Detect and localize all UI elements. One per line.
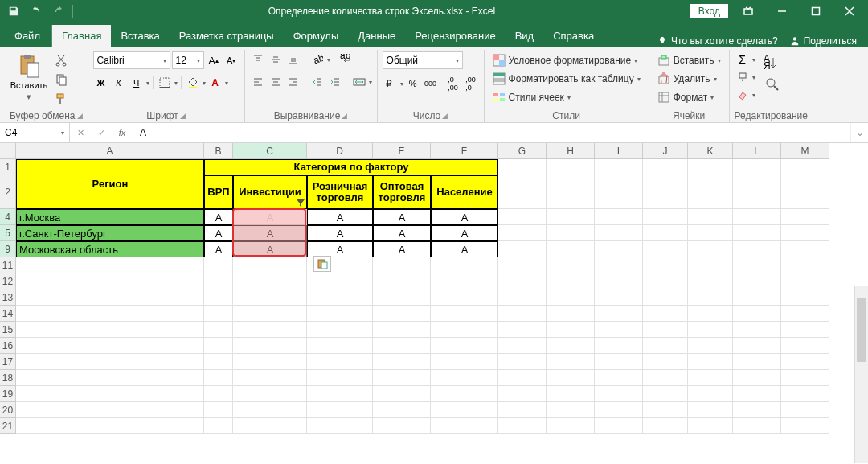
- name-box[interactable]: C4▾: [0, 123, 70, 142]
- column-header-M[interactable]: M: [781, 143, 829, 159]
- decrease-font-button[interactable]: A▾: [223, 52, 240, 68]
- column-header-C[interactable]: C: [233, 143, 307, 159]
- cell-H17[interactable]: [547, 354, 595, 370]
- fill-color-button[interactable]: [185, 75, 201, 91]
- cell-G13[interactable]: [498, 289, 547, 306]
- cell-J5[interactable]: [643, 225, 688, 241]
- cell-H15[interactable]: [547, 322, 595, 338]
- wrap-text-button[interactable]: ab: [338, 51, 354, 68]
- maximize-icon[interactable]: [802, 2, 829, 20]
- cell-A16[interactable]: [16, 338, 204, 354]
- align-center-button[interactable]: [268, 74, 284, 90]
- cell-B14[interactable]: [204, 306, 233, 322]
- cell-C20[interactable]: [233, 402, 307, 418]
- cell-B16[interactable]: [204, 338, 233, 354]
- conditional-formatting-button[interactable]: Условное форматирование▾: [489, 51, 641, 69]
- cell-E18[interactable]: [373, 370, 431, 386]
- cell-J21[interactable]: [643, 418, 688, 434]
- increase-decimal-button[interactable]: ,0,00: [445, 76, 461, 92]
- cell-M15[interactable]: [781, 322, 829, 338]
- cell-H12[interactable]: [547, 273, 595, 289]
- cell-M11[interactable]: [781, 257, 829, 273]
- cell-F12[interactable]: [431, 273, 498, 289]
- cell-C9[interactable]: А: [233, 241, 307, 257]
- increase-indent-button[interactable]: [327, 74, 343, 90]
- cell-H1[interactable]: [547, 159, 595, 175]
- cell-K15[interactable]: [688, 322, 733, 338]
- cell-I9[interactable]: [595, 241, 643, 257]
- cell-H9[interactable]: [547, 241, 595, 257]
- cell-H21[interactable]: [547, 418, 595, 434]
- cell-C19[interactable]: [233, 386, 307, 402]
- cell-D14[interactable]: [307, 306, 373, 322]
- cell-M2[interactable]: [781, 175, 829, 209]
- row-header-1[interactable]: 1: [0, 159, 16, 175]
- cell-J19[interactable]: [643, 386, 688, 402]
- cell-K4[interactable]: [688, 209, 733, 225]
- cell-B1[interactable]: Категория по фактору: [204, 159, 498, 175]
- tab-file[interactable]: Файл: [3, 25, 52, 47]
- cell-H14[interactable]: [547, 306, 595, 322]
- cell-J11[interactable]: [643, 257, 688, 273]
- enter-formula-button[interactable]: ✓: [91, 123, 112, 142]
- cell-D5[interactable]: А: [307, 225, 373, 241]
- cell-I5[interactable]: [595, 225, 643, 241]
- cell-J9[interactable]: [643, 241, 688, 257]
- cell-G5[interactable]: [498, 225, 547, 241]
- row-header-2[interactable]: 2: [0, 175, 16, 209]
- row-header-14[interactable]: 14: [0, 306, 16, 322]
- bold-button[interactable]: Ж: [93, 75, 109, 91]
- cell-M4[interactable]: [781, 209, 829, 225]
- column-header-G[interactable]: G: [498, 143, 547, 159]
- format-painter-button[interactable]: [51, 90, 71, 108]
- cell-J1[interactable]: [643, 159, 688, 175]
- cell-I21[interactable]: [595, 418, 643, 434]
- cell-L18[interactable]: [733, 370, 781, 386]
- format-as-table-button[interactable]: Форматировать как таблицу▾: [489, 70, 644, 88]
- cell-H2[interactable]: [547, 175, 595, 209]
- cell-G17[interactable]: [498, 354, 547, 370]
- format-cells-button[interactable]: Формат▾: [654, 88, 718, 106]
- cell-B21[interactable]: [204, 418, 233, 434]
- cell-L13[interactable]: [733, 289, 781, 306]
- decrease-decimal-button[interactable]: ,00,0: [463, 76, 479, 92]
- row-header-11[interactable]: 11: [0, 257, 16, 273]
- cell-K12[interactable]: [688, 273, 733, 289]
- cell-I1[interactable]: [595, 159, 643, 175]
- cell-J20[interactable]: [643, 402, 688, 418]
- cell-J16[interactable]: [643, 338, 688, 354]
- cell-G4[interactable]: [498, 209, 547, 225]
- cell-E5[interactable]: А: [373, 225, 431, 241]
- cell-F15[interactable]: [431, 322, 498, 338]
- merge-button[interactable]: [351, 74, 367, 90]
- cell-G1[interactable]: [498, 159, 547, 175]
- cell-J12[interactable]: [643, 273, 688, 289]
- minimize-icon[interactable]: [768, 2, 796, 20]
- cell-M19[interactable]: [781, 386, 829, 402]
- cell-E19[interactable]: [373, 386, 431, 402]
- clear-button[interactable]: [735, 87, 751, 103]
- cell-F11[interactable]: [431, 257, 498, 273]
- cell-M20[interactable]: [781, 402, 829, 418]
- column-header-H[interactable]: H: [547, 143, 595, 159]
- cell-A20[interactable]: [16, 402, 204, 418]
- cell-L11[interactable]: [733, 257, 781, 273]
- cell-L12[interactable]: [733, 273, 781, 289]
- cell-F21[interactable]: [431, 418, 498, 434]
- cell-D21[interactable]: [307, 418, 373, 434]
- cell-J4[interactable]: [643, 209, 688, 225]
- cell-H4[interactable]: [547, 209, 595, 225]
- cell-C12[interactable]: [233, 273, 307, 289]
- cell-H19[interactable]: [547, 386, 595, 402]
- cell-J18[interactable]: [643, 370, 688, 386]
- cell-M13[interactable]: [781, 289, 829, 306]
- cell-K5[interactable]: [688, 225, 733, 241]
- cell-M18[interactable]: [781, 370, 829, 386]
- percent-button[interactable]: %: [405, 76, 421, 92]
- cell-styles-button[interactable]: Стили ячеек▾: [489, 88, 574, 106]
- cut-button[interactable]: [51, 51, 71, 69]
- cell-L17[interactable]: [733, 354, 781, 370]
- cell-B2[interactable]: ВРП: [204, 175, 233, 209]
- column-header-K[interactable]: K: [688, 143, 733, 159]
- cell-I4[interactable]: [595, 209, 643, 225]
